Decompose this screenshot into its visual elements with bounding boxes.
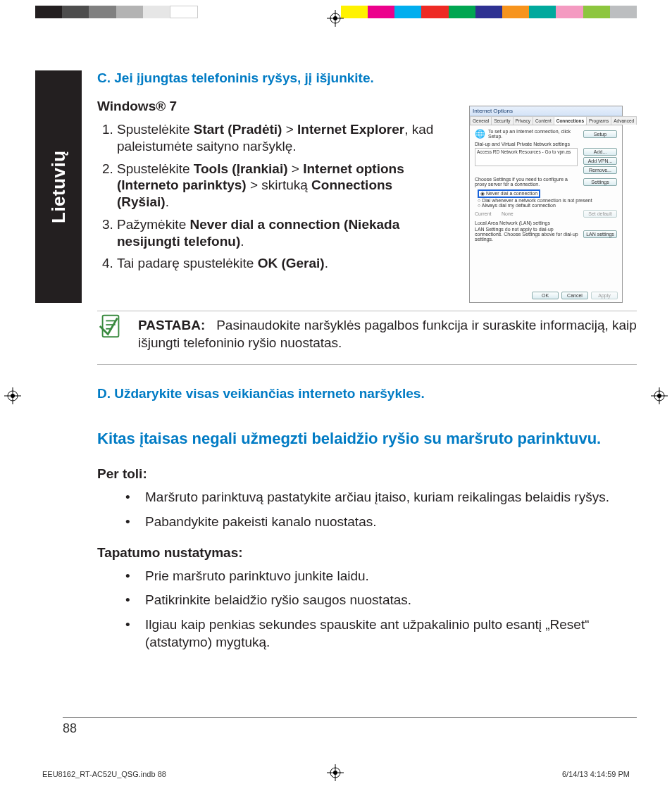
lan-text: LAN Settings do not apply to dial-up con… [475,227,580,242]
tab-general: General [470,116,492,125]
current-value: None [502,211,580,216]
per-toli-list: Maršruto parinktuvą pastatykite arčiau į… [125,489,637,530]
apply-button: Apply [591,292,618,299]
section-d-heading: D. Uždarykite visas veikiančias internet… [97,386,637,401]
list-item: Maršruto parinktuvą pastatykite arčiau į… [125,489,637,506]
internet-options-dialog: Internet Options General Security Privac… [469,106,623,303]
list-item: Ilgiau kaip penkias sekundes spauskite a… [125,616,637,651]
dialog-title: Internet Options [470,106,622,116]
step-3: Pažymėkite Never dial a connection (Niek… [117,216,448,250]
registration-mark-icon [651,387,668,404]
per-toli-label: Per toli: [97,466,637,482]
step-1: Spustelėkite Start (Pradėti) > Internet … [117,121,448,155]
imposition-timestamp: 6/14/13 4:14:59 PM [562,770,630,778]
dialup-group-label: Dial-up and Virtual Private Network sett… [475,142,617,147]
language-tab: Lietuvių [35,70,82,303]
set-default-button: Set default [583,210,617,218]
add-vpn-button: Add VPN... [583,157,617,165]
globe-icon: 🌐 [475,129,485,139]
imposition-footer: EEU8162_RT-AC52U_QSG.indb 88 6/14/13 4:1… [42,770,630,778]
note-text: PASTABA: Pasinaudokite naršyklės pagalbo… [138,313,637,351]
radio-dial-whenever: ○ Dial whenever a network connection is … [478,198,617,203]
note-icon [97,313,124,340]
add-button: Add... [583,148,617,156]
step-2: Spustelėkite Tools (Įrankiai) > Internet… [117,161,448,211]
registration-mark-icon [4,387,21,404]
list-item: Patikrinkite belaidžio ryšio saugos nuos… [125,592,637,609]
tab-privacy: Privacy [513,116,533,125]
section-e-heading: Kitas įtaisas negali užmegzti belaidžio … [97,430,637,448]
remove-button: Remove... [583,166,617,174]
tab-security: Security [491,116,513,125]
footer-rule [63,717,637,718]
list-item: Pabandykite pakeisti kanalo nuostatas. [125,513,637,531]
tab-connections: Connections [554,116,587,125]
current-label: Current [475,211,499,216]
registration-mark-icon [327,10,344,27]
settings-button: Settings [583,178,617,186]
connections-list: Access RD Network Resources - Go to vpn.… [475,148,578,166]
tapatumo-label: Tapatumo nustatymas: [97,545,637,561]
proxy-text: Choose Settings if you need to configure… [475,177,580,187]
lan-settings-button: LAN settings [583,230,617,238]
radio-always-dial: ○ Always dial my default connection [478,203,617,208]
tab-content: Content [533,116,554,125]
setup-button: Setup [583,130,617,138]
lan-group-label: Local Area Network (LAN) settings [475,220,617,225]
setup-text: To set up an Internet connection, click … [488,129,580,139]
imposition-file: EEU8162_RT-AC52U_QSG.indb 88 [42,770,166,778]
ok-button: OK [532,292,559,299]
page-number: 88 [63,721,77,736]
tab-programs: Programs [586,116,611,125]
step-4: Tai padarę spustelėkite OK (Gerai). [117,255,448,272]
dialog-tabs: General Security Privacy Content Connect… [470,116,622,125]
radio-never-dial: ◉ Never dial a connection [478,189,540,198]
list-item: Prie maršruto parinktuvo junkite laidu. [125,568,637,585]
section-c-heading: C. Jei įjungtas telefoninis ryšys, jį iš… [97,70,637,86]
cancel-button: Cancel [561,292,588,299]
tab-advanced: Advanced [611,116,637,125]
steps-list: Spustelėkite Start (Pradėti) > Internet … [117,121,448,272]
tapatumo-list: Prie maršruto parinktuvo junkite laidu. … [125,568,637,652]
